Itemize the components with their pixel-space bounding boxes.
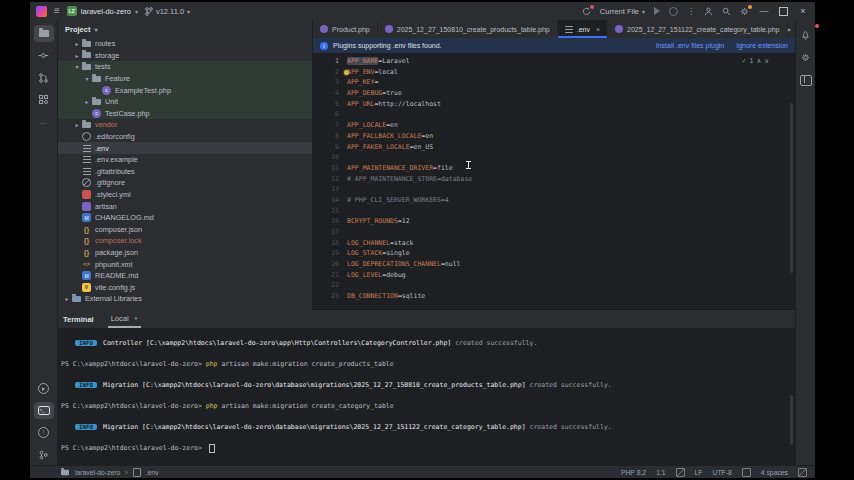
maximize-button[interactable]	[779, 7, 788, 16]
more-actions-icon[interactable]: ⋮	[687, 7, 695, 16]
tree-item--env[interactable]: .env	[58, 142, 312, 154]
title-bar: ≡ LZ laravel-do-zero ▾ v12.11.0 ▾ Curren…	[30, 2, 815, 20]
run-configuration-select[interactable]: Current File▾	[600, 7, 645, 16]
tab-label: Product.php	[332, 26, 370, 33]
line-ending-widget[interactable]: LF	[695, 469, 703, 476]
pull-requests-tool-button[interactable]	[34, 69, 54, 86]
terminal-tool-button[interactable]: >_	[34, 402, 54, 419]
tree-chevron-icon[interactable]: ▸	[62, 295, 72, 302]
tree-chevron-icon[interactable]: ▸	[72, 40, 82, 47]
terminal-prompt: PS C:\xampp2\htdocs\laravel-do-zero>	[61, 402, 206, 410]
tree-item--editorconfig[interactable]: .editorconfig	[58, 131, 312, 143]
tree-item-changelog-md[interactable]: MCHANGELOG.md	[58, 212, 312, 224]
run-button[interactable]	[654, 7, 660, 15]
code-with-me-button[interactable]	[704, 7, 713, 16]
column-mode-icon[interactable]	[798, 468, 807, 477]
editor-scrollbar[interactable]	[790, 103, 793, 273]
problems-tool-button[interactable]: !	[34, 424, 54, 441]
code-line-text: APP_URL=http://localhost	[347, 99, 441, 110]
ignore-extension-link[interactable]: Ignore extension	[736, 42, 788, 49]
services-tool-button[interactable]	[34, 380, 54, 397]
plugin-suggestion-banner: i Plugins supporting .env files found. I…	[313, 38, 795, 53]
breadcrumb-file[interactable]: .env	[146, 469, 159, 476]
terminal-scrollbar[interactable]	[790, 395, 793, 445]
line-number: 17	[313, 227, 347, 238]
inspection-widget[interactable]: ✓ 1 ∧ ∨	[741, 56, 769, 67]
tree-item-package-json[interactable]: {}package.json	[58, 247, 312, 259]
project-panel-header[interactable]: Project ▾	[58, 20, 312, 38]
minimize-button[interactable]: —	[758, 6, 770, 16]
tree-item-exampletest-php[interactable]: cExampleTest.php	[58, 84, 312, 96]
code-line: 18LOG_CHANNEL=stack	[313, 238, 795, 249]
env-key: LOG_DEPRECATIONS_CHANNEL	[347, 260, 441, 268]
tree-item-composer-json[interactable]: {}composer.json	[58, 224, 312, 236]
terminal-output[interactable]: INFOController [C:\xampp2\htdocs\laravel…	[58, 329, 795, 465]
tree-item--gitattributes[interactable]: .gitattributes	[58, 166, 312, 178]
close-button[interactable]: ×	[797, 6, 809, 16]
tree-chevron-icon[interactable]: ▸	[72, 121, 82, 128]
tree-chevron-icon[interactable]: ▸	[72, 52, 82, 59]
tab--env[interactable]: .env×	[558, 20, 608, 38]
editor-settings-button[interactable]	[796, 49, 816, 66]
highlighting-level-icon[interactable]	[676, 468, 685, 477]
notification-dot	[815, 24, 819, 28]
structure-tool-button[interactable]	[34, 91, 54, 108]
intention-bulb-icon[interactable]	[344, 70, 349, 75]
tree-item--gitignore[interactable]: .gitignore	[58, 177, 312, 189]
code-line: 7APP_LOCALE=en	[313, 120, 795, 131]
tab-label: 2025_12_27_150810_create_products_table.…	[397, 26, 550, 33]
tree-item-tests[interactable]: ▾tests	[58, 61, 312, 73]
project-tool-button[interactable]	[34, 25, 54, 42]
commit-tool-button[interactable]	[34, 47, 54, 64]
search-everywhere-button[interactable]	[722, 7, 731, 16]
tree-item-vendor[interactable]: ▸vendor	[58, 119, 312, 131]
install-plugin-link[interactable]: Install .env files plugin	[656, 42, 724, 49]
tree-chevron-icon[interactable]: ▸	[82, 98, 92, 105]
readonly-toggle-icon[interactable]	[742, 468, 751, 477]
breadcrumb-project[interactable]: laravel-do-zero	[75, 469, 120, 476]
close-tab-icon[interactable]: ×	[596, 26, 600, 33]
debug-button[interactable]	[669, 7, 678, 16]
tree-item-storage[interactable]: ▸storage	[58, 50, 312, 62]
project-widget[interactable]: LZ laravel-do-zero ▾	[67, 6, 138, 16]
tree-item-label: .env.example	[95, 155, 138, 164]
tree-item-vite-config-js[interactable]: Vvite.config.js	[58, 281, 312, 293]
version-control-tool-button[interactable]	[34, 446, 54, 463]
tree-item--styleci-yml[interactable]: .styleci.yml	[58, 189, 312, 201]
tree-item-artisan[interactable]: artisan	[58, 200, 312, 212]
sync-button[interactable]	[582, 7, 591, 16]
tree-item-testcase-php[interactable]: cTestCase.php	[58, 108, 312, 120]
vcs-branch-widget[interactable]: v12.11.0 ▾	[145, 7, 190, 16]
indent-widget[interactable]: 4 spaces	[761, 469, 788, 476]
code-editor[interactable]: 1APP_NAME=Laravel2APP_ENV=local3APP_KEY=…	[313, 53, 795, 310]
tree-item-routes[interactable]: ▸routes	[58, 38, 312, 50]
new-terminal-icon[interactable]: +	[134, 314, 138, 323]
more-tool-windows-button[interactable]: …	[34, 113, 54, 130]
editor-tab-bar: Product.php2025_12_27_150810_create_prod…	[313, 20, 795, 38]
caret-position-widget[interactable]: 1:1	[656, 469, 665, 476]
settings-button[interactable]	[740, 7, 749, 16]
notification-dot	[590, 5, 594, 9]
tree-item--env-example[interactable]: .env.example	[58, 154, 312, 166]
tree-chevron-icon[interactable]: ▾	[72, 63, 82, 70]
line-number: 6	[313, 109, 347, 120]
tree-item-composer-lock[interactable]: {}composer.lock	[58, 235, 312, 247]
terminal-tab-local[interactable]: Local +	[108, 314, 141, 328]
tree-item-feature[interactable]: ▾Feature	[58, 73, 312, 85]
tab-list-chevron-icon[interactable]: ▾	[788, 26, 791, 33]
notifications-button[interactable]	[796, 26, 816, 43]
prev-problem-icon[interactable]: ∧	[756, 56, 761, 67]
documentation-tool-button[interactable]	[796, 72, 816, 89]
tree-item-readme-md[interactable]: MREADME.md	[58, 270, 312, 282]
tree-item-unit[interactable]: ▸Unit	[58, 96, 312, 108]
tree-chevron-icon[interactable]: ▾	[82, 75, 92, 82]
next-problem-icon[interactable]: ∨	[764, 56, 769, 67]
tab-product-php[interactable]: Product.php	[313, 20, 378, 38]
tab-2025-12-27-150810-create-products-table-php[interactable]: 2025_12_27_150810_create_products_table.…	[378, 20, 558, 38]
php-version-widget[interactable]: PHP 8.2	[621, 469, 646, 476]
encoding-widget[interactable]: UTF-8	[713, 469, 732, 476]
tree-item-external-libraries[interactable]: ▸External Libraries	[58, 293, 312, 305]
tab-2025-12-27-151122-create-category-table-php[interactable]: 2025_12_27_151122_create_category_table.…	[608, 20, 787, 38]
main-menu-icon[interactable]: ≡	[54, 6, 60, 16]
tree-item-phpunit-xml[interactable]: <>phpunit.xml	[58, 258, 312, 270]
